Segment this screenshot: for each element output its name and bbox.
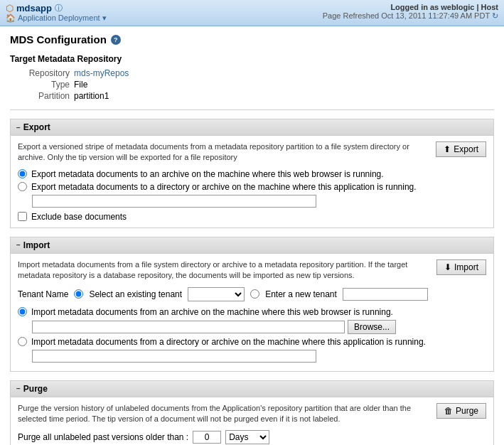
purge-section: − Purge Purge the version history of unl… <box>10 380 494 445</box>
purge-desc-action: Purge the version history of unlabeled d… <box>18 403 486 425</box>
logged-in-text: Logged in as weblogic | Host <box>323 3 498 11</box>
repo-value-type: File <box>74 80 87 90</box>
export-radio-1-label: Export metadata documents to an archive … <box>31 169 384 179</box>
import-radio-2[interactable] <box>18 337 27 346</box>
page-title: MDS Configuration <box>10 33 107 45</box>
export-collapse-icon: − <box>16 124 21 132</box>
export-panel-header[interactable]: − Export <box>11 119 493 136</box>
breadcrumb-row: 🏠 Application Deployment ▾ <box>6 14 107 23</box>
repo-label-partition: Partition <box>17 91 74 101</box>
repo-value-partition: partition1 <box>74 91 109 101</box>
export-radio-row-2: Export metadata documents to a directory… <box>18 182 486 192</box>
purge-btn-label: Purge <box>456 406 478 416</box>
repo-row-partition: Partition partition1 <box>17 91 494 101</box>
tenant-row: Tenant Name Select an existing tenant En… <box>18 287 486 301</box>
purge-value-input[interactable] <box>193 431 221 444</box>
target-repo-section: Target Metadata Repository Repository md… <box>10 54 494 110</box>
export-path-input[interactable] <box>32 195 316 208</box>
export-checkbox-row: Exclude base documents <box>18 212 486 222</box>
import-browse-input[interactable] <box>32 321 345 333</box>
main-content: MDS Configuration ? Target Metadata Repo… <box>0 26 504 445</box>
header-right: Logged in as weblogic | Host Page Refres… <box>323 3 498 21</box>
purge-panel-header[interactable]: − Purge <box>11 381 493 397</box>
new-tenant-input[interactable] <box>343 288 428 301</box>
page-refreshed: Page Refreshed Oct 13, 2011 11:27:49 AM … <box>323 11 498 21</box>
app-logo-icon: ⬡ <box>6 3 14 14</box>
export-section: − Export Export a versioned stripe of me… <box>10 119 494 228</box>
purge-btn-icon: 🗑 <box>444 406 453 416</box>
app-name: mdsapp <box>16 3 52 14</box>
purge-collapse-icon: − <box>16 385 21 392</box>
purge-panel-body: Purge the version history of unlabeled d… <box>11 397 493 445</box>
import-collapse-icon: − <box>16 241 21 249</box>
import-button[interactable]: ⬇ Import <box>436 259 486 275</box>
export-btn-icon: ⬆ <box>444 144 451 154</box>
select-tenant-radio[interactable] <box>74 289 83 299</box>
export-radio-1[interactable] <box>18 169 27 178</box>
exclude-base-label: Exclude base documents <box>31 212 127 222</box>
purge-period-select[interactable]: Days Weeks Months <box>225 430 269 444</box>
export-title: Export <box>23 122 50 132</box>
info-icon[interactable]: ⓘ <box>55 3 63 14</box>
import-title: Import <box>23 240 50 250</box>
import-panel-header[interactable]: − Import <box>11 237 493 254</box>
repo-label-type: Type <box>17 80 74 90</box>
repo-row-type: Type File <box>17 80 494 90</box>
repo-label-repository: Repository <box>17 68 74 78</box>
tenant-label: Tenant Name <box>18 289 68 299</box>
import-radio-row-1: Import metadata documents from an archiv… <box>18 307 486 317</box>
purge-description: Purge the version history of unlabeled d… <box>18 403 429 425</box>
host-label: Host <box>481 3 498 11</box>
export-btn-label: Export <box>454 144 478 154</box>
breadcrumb-icon: 🏠 <box>6 14 16 23</box>
app-title-row: ⬡ mdsapp ⓘ <box>6 3 107 14</box>
repo-row-repository: Repository mds-myRepos <box>17 68 494 78</box>
import-description: Import metadata documents from a file sy… <box>18 259 429 282</box>
import-path-input[interactable] <box>32 350 316 363</box>
header: ⬡ mdsapp ⓘ 🏠 Application Deployment ▾ Lo… <box>0 0 504 26</box>
refresh-icon[interactable]: ↻ <box>492 11 498 20</box>
export-desc-action: Export a versioned stripe of metadata do… <box>18 141 486 163</box>
enter-tenant-radio[interactable] <box>250 289 259 299</box>
import-section: − Import Import metadata documents from … <box>10 237 494 372</box>
browse-row: Browse... <box>32 320 472 334</box>
export-panel-body: Export a versioned stripe of metadata do… <box>11 136 493 227</box>
breadcrumb-link[interactable]: Application Deployment ▾ <box>18 14 107 23</box>
export-radio-2[interactable] <box>18 182 27 191</box>
purge-row: Purge all unlabeled past versions older … <box>18 430 486 444</box>
import-btn-icon: ⬇ <box>444 262 451 272</box>
page-title-row: MDS Configuration ? <box>10 33 494 45</box>
purge-title: Purge <box>23 384 48 394</box>
enter-tenant-label: Enter a new tenant <box>265 289 337 299</box>
browse-button[interactable]: Browse... <box>348 320 396 334</box>
exclude-base-checkbox[interactable] <box>18 212 27 221</box>
import-panel-body: Import metadata documents from a file sy… <box>11 254 493 371</box>
import-radio-row-2: Import metadata documents from a directo… <box>18 337 486 347</box>
import-radio-1-label: Import metadata documents from an archiv… <box>31 307 393 317</box>
export-radio-row-1: Export metadata documents to an archive … <box>18 169 486 179</box>
export-description: Export a versioned stripe of metadata do… <box>18 141 429 163</box>
purge-label: Purge all unlabeled past versions older … <box>18 432 188 442</box>
target-repo-title: Target Metadata Repository <box>10 54 494 64</box>
username: weblogic <box>441 3 474 11</box>
import-radio-1[interactable] <box>18 307 27 316</box>
repo-table: Repository mds-myRepos Type File Partiti… <box>17 68 494 101</box>
purge-button[interactable]: 🗑 Purge <box>436 403 486 419</box>
import-radio-2-label: Import metadata documents from a directo… <box>31 337 426 347</box>
select-tenant-label: Select an existing tenant <box>89 289 182 299</box>
tenant-dropdown[interactable] <box>188 287 245 301</box>
page-help-icon[interactable]: ? <box>111 35 121 45</box>
export-button[interactable]: ⬆ Export <box>436 141 486 157</box>
repo-value-repository: mds-myRepos <box>74 68 129 78</box>
header-left: ⬡ mdsapp ⓘ 🏠 Application Deployment ▾ <box>6 3 107 23</box>
export-radio-2-label: Export metadata documents to a directory… <box>31 182 417 192</box>
import-desc-action: Import metadata documents from a file sy… <box>18 259 486 282</box>
import-btn-label: Import <box>454 262 478 272</box>
